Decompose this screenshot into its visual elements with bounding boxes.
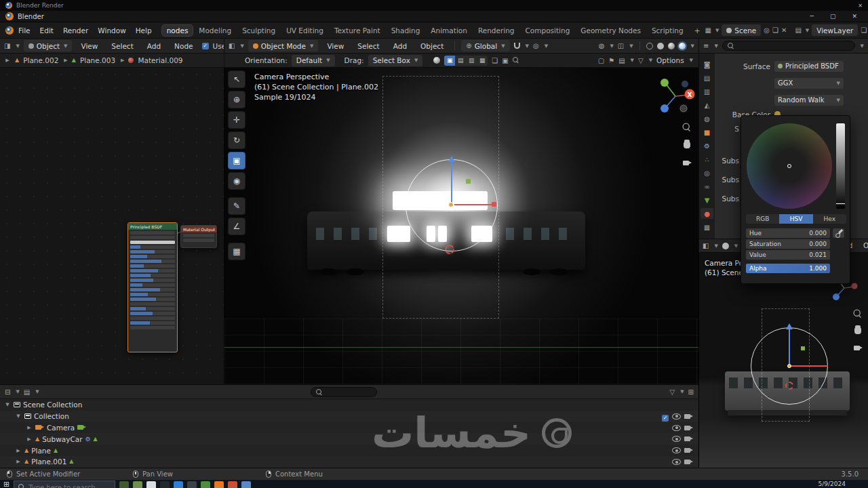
select-mode-extend[interactable]: ▤ — [455, 56, 466, 66]
editor-type-icon[interactable]: ◧ — [703, 242, 709, 249]
taskbar-app-icon[interactable] — [214, 481, 224, 488]
tab-rgb[interactable]: RGB — [746, 214, 779, 224]
unlink-scene-icon[interactable]: ✕ — [781, 26, 787, 34]
expand-arrow-icon[interactable]: ▼ — [4, 402, 11, 407]
filter-icon[interactable]: ▽ — [670, 388, 675, 396]
view-layer-selector[interactable]: ViewLayer — [812, 24, 858, 36]
workspace-tab-sculpting[interactable]: Sculpting — [237, 25, 280, 36]
node-menu-view[interactable]: View — [76, 42, 102, 50]
camera-view-icon[interactable] — [851, 341, 865, 354]
taskbar-app-icon[interactable] — [174, 481, 183, 488]
render-properties-tab[interactable]: ▤ — [701, 73, 713, 83]
viewport-3d[interactable]: Camera Perspective (61) Scene Collection… — [224, 68, 698, 384]
minimize-button[interactable]: ─ — [810, 13, 814, 20]
new-view-layer-icon[interactable]: ❏ — [861, 26, 867, 34]
workspace-tab-modeling[interactable]: Modeling — [194, 25, 236, 36]
tab-hex[interactable]: Hex — [813, 214, 846, 224]
gizmo-x-handle[interactable] — [492, 202, 496, 207]
editor-type-icon[interactable]: ≡ — [703, 42, 709, 49]
move-tool[interactable]: ✛ — [228, 111, 245, 129]
workspace-tab-geometry-nodes[interactable]: Geometry Nodes — [576, 25, 646, 36]
workspace-tab-shading[interactable]: Shading — [387, 25, 425, 36]
material-output-node[interactable]: Material Output — [180, 225, 217, 248]
select-mode-subtract[interactable]: ▥ — [466, 56, 477, 66]
workspace-tab-compositing[interactable]: Compositing — [521, 25, 575, 36]
close-button[interactable]: ✕ — [852, 13, 857, 20]
workspace-tab-scripting[interactable]: Scripting — [647, 25, 688, 36]
gizmo-z-axis[interactable] — [451, 163, 452, 205]
mode-icon[interactable] — [722, 243, 729, 249]
pan-hand-icon[interactable] — [851, 324, 865, 338]
zoom-icon[interactable] — [851, 307, 865, 321]
hue-field[interactable]: Hue0.000 — [746, 228, 830, 238]
disable-in-renders-icon[interactable] — [684, 447, 693, 455]
workspace-add-tab[interactable]: + — [690, 25, 705, 36]
object-data-properties-tab[interactable]: ▼ — [701, 195, 713, 205]
value-slider[interactable] — [836, 123, 845, 209]
constraint-properties-tab[interactable]: ∞ — [701, 181, 713, 192]
taskbar-app-icon[interactable] — [160, 481, 170, 488]
overlays-icon[interactable]: ◫ — [618, 42, 624, 49]
menu-file[interactable]: File — [14, 26, 35, 35]
camera-preview-viewport[interactable]: Camera Per (61) Scene C — [698, 253, 868, 468]
new-scene-icon[interactable]: ❏ — [772, 26, 778, 34]
disable-in-renders-icon[interactable] — [684, 413, 693, 421]
outliner-row-subwaycar[interactable]: ▶ ▲ SubwayCar ⚙ ▲ — [0, 433, 698, 445]
filter-icon[interactable]: ▽ — [638, 57, 644, 64]
proportional-editing-icon[interactable]: ◎ — [533, 42, 539, 49]
texture-properties-tab[interactable]: ▦ — [701, 222, 713, 232]
taskbar-date[interactable]: 5/9/2024 — [818, 481, 846, 488]
menu-render[interactable]: Render — [58, 26, 93, 35]
menu-window[interactable]: Window — [93, 26, 130, 35]
new-collection-icon[interactable]: ⊞ — [688, 388, 694, 396]
outliner-row-plane-001[interactable]: ▶ ▲ Plane.001 ▲ — [0, 456, 698, 468]
hide-in-viewport-icon[interactable] — [672, 435, 681, 443]
view-object-types-icon[interactable]: ▢ — [598, 57, 604, 64]
show-gizmo-icon[interactable]: ◍ — [599, 42, 605, 49]
solid-shading-button[interactable] — [657, 43, 664, 49]
outliner-row-scene-collection[interactable]: ▼ Scene Collection — [0, 399, 698, 411]
vp-menu-view[interactable]: View — [322, 42, 349, 50]
expand-arrow-icon[interactable]: ▶ — [15, 459, 22, 464]
orientation-dropdown[interactable]: Default▼ — [292, 55, 335, 66]
expand-arrow-icon[interactable]: ▶ — [26, 436, 33, 442]
menu-edit[interactable]: Edit — [35, 26, 58, 35]
blender-menu-icon[interactable] — [5, 26, 14, 35]
gizmo-x-axis[interactable] — [791, 365, 828, 367]
gizmo-plane-handle[interactable] — [466, 179, 471, 184]
gizmo-plane-handle[interactable] — [801, 346, 805, 350]
mode-dropdown[interactable]: Object Mode▼ — [248, 40, 319, 52]
editor-type-icon[interactable]: ◨ — [4, 42, 10, 49]
taskbar-app-icon[interactable] — [133, 481, 142, 488]
color-wheel[interactable] — [747, 123, 832, 209]
shader-type-dropdown[interactable]: Object▼ — [24, 40, 73, 52]
hide-in-viewport-icon[interactable] — [672, 424, 681, 432]
outliner-search[interactable] — [311, 387, 377, 397]
disable-in-renders-icon[interactable] — [684, 435, 693, 443]
node-menu-node[interactable]: Node — [170, 42, 197, 50]
snap-icon[interactable] — [514, 43, 520, 49]
disable-in-renders-icon[interactable] — [684, 424, 693, 432]
object-properties-tab[interactable]: ■ — [701, 127, 713, 138]
use-nodes-checkbox[interactable]: ✓ — [202, 43, 209, 49]
search-icon[interactable] — [513, 57, 519, 64]
expand-arrow-icon[interactable]: ▼ — [15, 413, 22, 419]
editor-type-icon[interactable]: ◧ — [229, 42, 235, 49]
transform-tool[interactable]: ◉ — [228, 172, 245, 190]
material-shading-button[interactable] — [668, 43, 675, 49]
value-slider-handle[interactable] — [835, 203, 846, 205]
outliner-row-plane[interactable]: ▶ ▲ Plane ▲ — [0, 445, 698, 456]
cursor-tool[interactable]: ⊕ — [228, 91, 245, 108]
tool-properties-tab[interactable]: ◙ — [701, 59, 713, 70]
subsurface-method-dropdown[interactable]: Random Walk▼ — [774, 95, 844, 106]
select-mode-invert[interactable]: ▦ — [477, 56, 488, 66]
taskbar-search[interactable] — [14, 481, 115, 488]
pan-hand-icon[interactable] — [680, 138, 694, 152]
value-field[interactable]: Value0.021 — [746, 250, 830, 260]
workspace-tab-uv-editing[interactable]: UV Editing — [281, 25, 328, 36]
node-menu-add[interactable]: Add — [142, 42, 165, 50]
breadcrumb-mesh[interactable]: Plane.003 — [80, 56, 115, 64]
outliner[interactable]: ▼ Scene Collection ▼ Collection ✓ ▶ Came… — [0, 399, 698, 468]
add-cube-tool[interactable]: ▦ — [228, 243, 245, 260]
modifier-properties-tab[interactable]: ⚙ — [701, 140, 713, 151]
